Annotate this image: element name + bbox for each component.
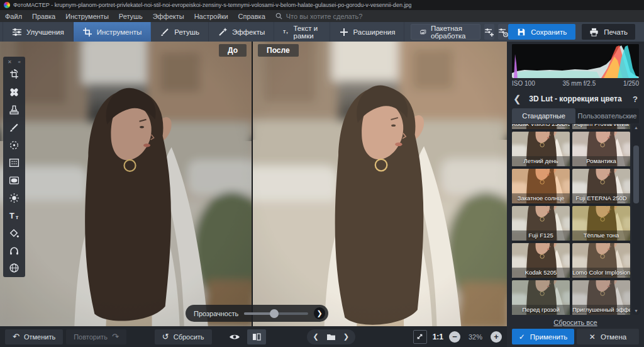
fill-tool[interactable]	[6, 225, 23, 241]
menu-edit[interactable]: Правка	[32, 13, 55, 20]
svg-text:т: т	[16, 213, 19, 220]
fit-screen-button[interactable]	[413, 330, 427, 344]
vignette-icon	[9, 175, 19, 186]
image-canvas[interactable]: До После ✕ « Tт Прозрачнос	[0, 42, 507, 326]
menu-file[interactable]: Файл	[5, 13, 22, 20]
bottom-bar: ↶ Отменить Повторить ↷ ↺ Сбросить ❮ ❯ 1:…	[0, 326, 507, 347]
opacity-control: Прозрачность ❯	[186, 305, 328, 322]
filter-item[interactable]: Тёплые тона	[572, 206, 630, 241]
print-button[interactable]: Печать	[582, 24, 635, 40]
3d-lut-tool[interactable]	[6, 260, 23, 276]
back-chevron-icon[interactable]: ❮	[513, 93, 525, 105]
window-title: ФотоМАСТЕР - krupnym-planom-portret-priv…	[13, 2, 411, 8]
curves-tool[interactable]	[6, 243, 23, 259]
tab-batch-processing[interactable]: Пакетная обработка	[411, 24, 480, 40]
chevron-right-icon: ❯	[316, 309, 322, 317]
preview-original-button[interactable]	[225, 329, 244, 344]
crop-rotate-tool[interactable]	[6, 67, 23, 82]
undo-button[interactable]: ↶ Отменить	[5, 329, 63, 344]
sliders-icon	[12, 27, 22, 37]
cross-icon: ✕	[589, 333, 596, 341]
tab-retouch[interactable]: Ретушь	[151, 22, 209, 42]
filter-item[interactable]: Kodak 5205	[512, 243, 570, 278]
text-tool-icon: Tт	[9, 210, 19, 221]
tab-standard[interactable]: Стандартные	[512, 108, 575, 123]
before-label: До	[219, 44, 247, 57]
text-tool[interactable]: Tт	[6, 208, 23, 224]
add-preset-button[interactable]	[484, 24, 494, 40]
panel-close-icon[interactable]: ✕	[8, 59, 12, 65]
apply-button[interactable]: ✓ Применить	[512, 329, 574, 344]
brightness-tool[interactable]	[6, 190, 23, 206]
filter-item[interactable]: Романтика	[572, 132, 630, 166]
filter-item[interactable]: Перед грозой	[512, 280, 570, 315]
filters-list[interactable]: Kodak Vision3 250D/500T Fujifilm Provia/…	[512, 124, 630, 315]
filter-label: Приглушенный эффект	[572, 305, 630, 315]
right-panel: ISO 100 35 mm f/2.5 1/250 ❮ 3D Lut - кор…	[507, 42, 644, 347]
exif-shutter: 1/250	[623, 80, 639, 87]
filter-item[interactable]: Fuji ETERNA 250D	[572, 169, 630, 203]
cancel-button[interactable]: ✕ Отмена	[577, 329, 639, 344]
radial-filter-tool[interactable]	[6, 137, 23, 153]
tab-effects[interactable]: Эффекты	[209, 22, 274, 42]
search-field[interactable]: Что вы хотите сделать?	[275, 13, 363, 20]
folder-icon[interactable]	[326, 333, 336, 341]
scrollbar-thumb[interactable]	[633, 145, 639, 203]
zoom-out-button[interactable]: −	[449, 331, 460, 343]
split-view-button[interactable]	[247, 329, 266, 344]
filter-item[interactable]: Fuji F125	[512, 206, 570, 241]
filter-label: Kodak 5205	[512, 268, 570, 278]
fit-screen-icon	[416, 333, 423, 340]
next-photo-button[interactable]: ❯	[343, 333, 349, 341]
save-button[interactable]: Сохранить	[508, 24, 575, 40]
menu-retouch[interactable]: Ретушь	[119, 13, 143, 20]
scroll-down-icon[interactable]: ▼	[634, 307, 638, 315]
filter-item[interactable]: Закатное солнце	[512, 169, 570, 203]
zoom-in-button[interactable]: +	[491, 331, 502, 343]
filter-item[interactable]: Fujifilm Provia/Velvia	[572, 124, 630, 129]
help-icon[interactable]: ?	[626, 94, 638, 104]
preset-history-button[interactable]	[498, 24, 508, 40]
zoom-1to1-button[interactable]: 1:1	[433, 333, 443, 341]
tab-extensions[interactable]: Расширения	[330, 22, 405, 42]
healing-patch-icon	[9, 87, 19, 98]
filters-scrollbar[interactable]: ▲ ▼	[632, 124, 640, 315]
filter-item[interactable]: Летний день	[512, 132, 570, 166]
preset-add-icon	[484, 27, 494, 37]
title-bar: ФотоМАСТЕР - krupnym-planom-portret-priv…	[0, 0, 644, 10]
tab-custom[interactable]: Пользовательские	[575, 108, 639, 123]
exif-info: ISO 100 35 mm f/2.5 1/250	[512, 80, 639, 87]
headphones-arc-icon	[9, 245, 19, 256]
filter-label: Закатное солнце	[512, 193, 570, 203]
zoom-controls: 1:1 − 32% +	[413, 330, 502, 344]
opacity-slider[interactable]	[244, 312, 308, 315]
redo-button[interactable]: Повторить ↷	[66, 329, 126, 344]
tab-enhancements[interactable]: Улучшения	[3, 22, 74, 42]
clone-stamp-tool[interactable]	[6, 102, 23, 118]
menu-settings[interactable]: Настройки	[194, 13, 228, 20]
svg-text:т: т	[286, 30, 288, 34]
panel-collapse-icon[interactable]: «	[18, 59, 21, 65]
graduated-filter-tool[interactable]	[6, 155, 23, 171]
scroll-up-icon[interactable]: ▲	[634, 124, 638, 132]
filter-label: Kodak Vision3 250D/500T	[512, 124, 570, 129]
menu-help[interactable]: Справка	[238, 13, 265, 20]
tab-text-frames[interactable]: Tт Текст и рамки	[274, 22, 330, 42]
vignette-tool[interactable]	[6, 173, 23, 188]
filter-item[interactable]: Lomo Color Implosion	[572, 243, 630, 278]
menu-tools[interactable]: Инструменты	[65, 13, 109, 20]
exif-lens: 35 mm f/2.5	[562, 80, 596, 87]
prev-photo-button[interactable]: ❮	[313, 333, 319, 341]
expand-button[interactable]: ❯	[314, 307, 325, 319]
adjustment-brush-tool[interactable]	[6, 120, 23, 135]
opacity-slider-handle[interactable]	[270, 309, 279, 318]
search-icon	[275, 13, 282, 20]
reset-all-link[interactable]: Сбросить все	[507, 319, 644, 326]
filter-item[interactable]: Приглушенный эффект	[572, 280, 630, 315]
healing-patch-tool[interactable]	[6, 84, 23, 100]
tab-tools[interactable]: Инструменты	[74, 22, 152, 42]
menu-bar: Файл Правка Инструменты Ретушь Эффекты Н…	[0, 10, 644, 22]
reset-button[interactable]: ↺ Сбросить	[155, 329, 212, 344]
filter-item[interactable]: Kodak Vision3 250D/500T	[512, 124, 570, 129]
menu-effects[interactable]: Эффекты	[153, 13, 184, 20]
